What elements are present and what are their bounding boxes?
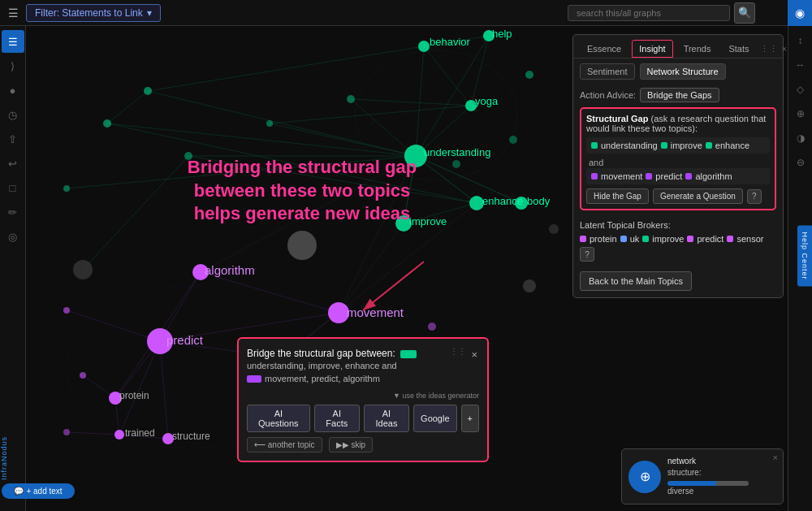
svg-line-38 [119,435,168,439]
mini-graph-icon[interactable]: ⊕ [628,461,661,493]
svg-point-68 [192,264,209,280]
ai-ideas-button[interactable]: AI Ideas [364,405,409,432]
latent-dot-uk [620,236,627,242]
latent-dot-improve [642,236,649,242]
search-button[interactable]: 🔍 [734,2,755,24]
sidebar-icon-box[interactable]: □ [2,176,24,199]
latent-dot-predict [687,236,693,242]
topbar-blue-button[interactable]: ◉ [788,0,812,26]
purple-block-icon [247,375,261,383]
card-subtitle-2: movement, predict, algorithm [247,374,450,383]
svg-line-1 [416,36,489,156]
right-panel: Essence Insight Trends Stats ⋮⋮ × Sentim… [572,34,784,298]
action-buttons-row: AI Questions AI Facts AI Ideas Google + [247,405,479,432]
generate-question-button[interactable]: Generate a Question [653,188,743,204]
sidebar-icon-edit[interactable]: ✏ [2,201,24,223]
svg-line-22 [188,156,477,203]
svg-point-72 [162,433,174,444]
rs-icon-resize-h[interactable]: ↔ [790,54,811,76]
tab-essence[interactable]: Essence [580,40,628,58]
infra-nodus-label: InfraNodus [0,436,8,480]
ai-facts-button[interactable]: AI Facts [314,405,360,432]
topic-movement: movement [601,171,642,181]
topic-dot-purple-2 [646,173,652,180]
topic-understanding: understanding [601,141,658,150]
rs-icon-resize-v[interactable]: ↕ [790,30,811,51]
mini-card-text: network structure: diverse [667,456,749,497]
latent-help-button[interactable]: ? [580,247,594,262]
svg-point-52 [465,100,477,111]
svg-point-81 [523,279,536,292]
card-close-button[interactable]: × [469,347,479,362]
bridge-card: Bridge the structural gap between: under… [237,337,489,462]
svg-point-51 [483,30,495,41]
google-button[interactable]: Google [413,405,456,432]
rs-icon-plus[interactable]: ⊕ [790,103,811,124]
topic-row-purple: movement predict algorithm [586,168,770,184]
another-topic-button[interactable]: ⟵ another topic [247,437,322,453]
rs-icon-contrast[interactable]: ◑ [790,128,811,149]
green-block-icon [400,350,417,358]
mini-card-diverse: diverse [667,486,749,497]
svg-point-71 [114,430,124,440]
svg-point-70 [109,392,122,405]
rs-icon-minus[interactable]: ⊖ [790,152,811,173]
help-center-tab[interactable]: Help Center [797,225,812,286]
subtab-sentiment[interactable]: Sentiment [580,63,635,80]
svg-line-47 [282,203,477,357]
mini-card-close-button[interactable]: × [773,453,778,462]
svg-point-64 [509,136,517,144]
svg-line-9 [404,203,477,223]
card-grip-icon[interactable]: ⋮⋮ [450,347,466,356]
action-advice-label: Action Advice: [580,90,636,100]
skip-button[interactable]: ▶▶ skip [329,437,374,453]
tab-stats[interactable]: Stats [721,40,756,58]
tab-insight[interactable]: Insight [632,40,672,58]
back-to-main-topics-button[interactable]: Back to the Main Topics [580,271,692,291]
mini-card-label: network [667,456,749,467]
panel-grip-icon[interactable]: ⋮⋮ [760,44,778,54]
topic-dot-purple-3 [685,173,692,180]
ai-questions-button[interactable]: AI Questions [247,405,310,432]
svg-line-23 [83,156,188,270]
topic-improve: improve [671,141,702,150]
subtab-network-structure[interactable]: Network Structure [640,63,726,80]
panel-tab-icons: ⋮⋮ × [760,44,787,54]
sidebar-icon-expand[interactable]: ⟩ [2,54,24,77]
sidebar-icon-share[interactable]: ⇧ [2,128,24,150]
sidebar-icon-undo[interactable]: ↩ [2,152,24,175]
svg-point-60 [184,152,192,160]
sg-and-label: and [586,157,770,168]
use-ideas-row: ▼ use the ideas generator [247,392,479,400]
sg-button-row: Hide the Gap Generate a Question ? [586,188,770,204]
tab-trends[interactable]: Trends [676,40,719,58]
sidebar-icon-circle[interactable]: ◎ [2,225,24,248]
plus-button[interactable]: + [461,405,479,432]
svg-point-75 [63,429,70,435]
sidebar-icon-clock[interactable]: ◷ [2,103,24,126]
hide-gap-button[interactable]: Hide the Gap [586,188,649,204]
sg-help-button[interactable]: ? [747,189,762,204]
svg-point-54 [469,196,484,210]
rs-icon-diamond[interactable]: ◇ [790,79,811,100]
action-advice-row: Action Advice: Bridge the Gaps [573,84,783,107]
latent-title: Latent Topical Brokers: [580,220,776,230]
add-text-button[interactable]: 💬 + add text [2,483,75,499]
svg-point-63 [525,71,533,79]
menu-icon[interactable]: ☰ [0,0,26,26]
svg-point-58 [144,87,152,95]
svg-line-20 [148,46,424,91]
filter-button[interactable]: Filter: Statements to Link ▾ [26,4,161,22]
sidebar-icon-dot[interactable]: ● [2,79,24,102]
search-input[interactable] [568,5,730,21]
svg-point-74 [80,372,86,379]
sidebar-icon-menu[interactable]: ☰ [2,30,24,53]
panel-close-button[interactable]: × [782,44,787,54]
card-header: Bridge the structural gap between: under… [247,347,479,387]
svg-line-44 [339,223,404,313]
svg-line-26 [416,156,521,203]
latent-uk: uk [630,234,640,244]
panel-tabs: Essence Insight Trends Stats ⋮⋮ × [573,35,783,58]
svg-point-67 [147,328,173,354]
svg-point-73 [63,307,70,314]
